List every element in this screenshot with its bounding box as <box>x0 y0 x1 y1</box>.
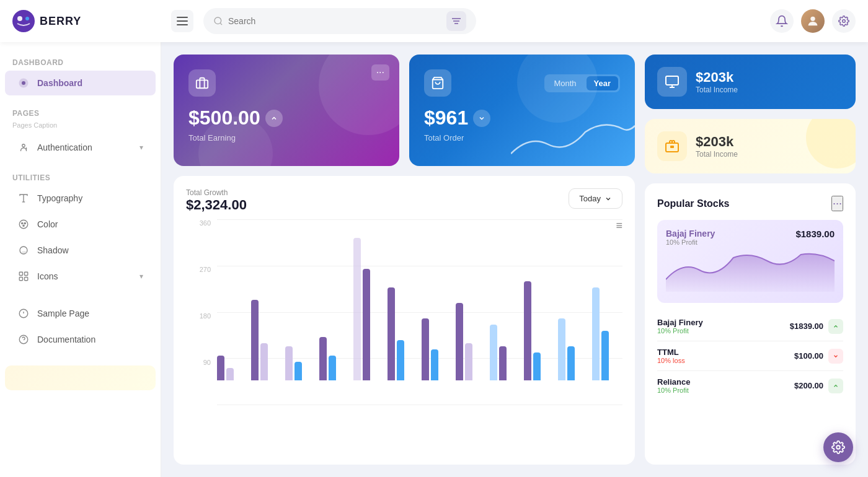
featured-stock-price: $1839.00 <box>795 229 835 239</box>
earning-trend-icon <box>265 110 283 127</box>
popular-stocks-card: Popular Stocks ··· Bajaj Finery 10% Prof… <box>645 183 856 465</box>
sidebar-item-sample-page[interactable]: Sample Page <box>5 301 156 326</box>
typography-icon <box>17 192 30 204</box>
search-icon <box>213 16 223 26</box>
settings-button[interactable] <box>832 9 856 33</box>
sidebar-item-dashboard[interactable]: Dashboard <box>5 71 156 95</box>
bar-group-6 <box>388 287 418 380</box>
fab-settings-button[interactable] <box>823 432 853 462</box>
bar-purple-9 <box>499 346 507 380</box>
earning-card-more-button[interactable]: ··· <box>371 64 389 81</box>
svg-point-22 <box>23 225 24 226</box>
stock-item-bajaj: Bajaj Finery 10% Profit $1839.00 <box>657 312 843 341</box>
sample-page-icon <box>17 307 30 320</box>
today-filter-button[interactable]: Today <box>569 188 622 209</box>
svg-point-32 <box>19 335 28 344</box>
growth-info: Total Growth $2,324.00 <box>186 188 247 213</box>
bar-group-2 <box>251 300 281 380</box>
svg-point-2 <box>25 17 29 20</box>
bar-purple-6 <box>388 287 395 380</box>
svg-rect-27 <box>19 278 22 281</box>
topbar: BERRY <box>0 0 868 42</box>
order-card-icon <box>424 69 451 97</box>
right-panel: $203k Total Income $203k Total Income <box>645 55 856 465</box>
income-yellow-info: $203k Total Income <box>696 134 738 159</box>
income-card-yellow: $203k Total Income <box>645 119 856 173</box>
growth-chart-card: Total Growth $2,324.00 Today ≡ 360 270 <box>174 176 635 465</box>
sidebar-item-shadow[interactable]: Shadow <box>5 238 156 263</box>
svg-rect-36 <box>666 76 678 85</box>
bar-lightblue-9 <box>490 325 497 380</box>
svg-rect-4 <box>177 20 188 22</box>
avatar[interactable] <box>801 9 825 33</box>
search-bar <box>203 8 476 34</box>
stock-bajaj-price: $1839.00 <box>790 322 823 331</box>
svg-rect-3 <box>177 17 188 18</box>
svg-point-24 <box>22 251 27 253</box>
stock-reliance-badge <box>828 379 843 393</box>
sidebar-item-color[interactable]: Color <box>5 212 156 237</box>
fab-gear-icon <box>831 440 845 454</box>
sidebar-item-authentication[interactable]: Authentication ▾ <box>5 135 156 160</box>
stock-reliance-name: Reliance <box>657 377 690 387</box>
sidebar-bottom-highlight <box>5 365 156 390</box>
bar-blue-4 <box>329 356 336 380</box>
hamburger-icon <box>177 17 188 25</box>
income-blue-amount: $203k <box>696 69 738 85</box>
stock-ttml-price: $100.00 <box>794 351 823 361</box>
featured-stock-chart <box>666 248 835 292</box>
stock-bajaj-badge <box>828 319 843 334</box>
bar-group-10 <box>524 281 554 380</box>
sidebar-section-dashboard: Dashboard <box>0 55 161 69</box>
stock-reliance-price: $200.00 <box>794 381 823 390</box>
sidebar-section-pages: Pages <box>0 105 161 120</box>
sidebar-item-sample-page-label: Sample Page <box>37 309 89 318</box>
svg-point-21 <box>24 222 25 224</box>
svg-rect-40 <box>670 146 674 148</box>
up-arrow-icon-2 <box>833 383 839 389</box>
sidebar-item-auth-label: Authentication <box>37 142 92 152</box>
income-yellow-label: Total Income <box>696 150 738 159</box>
bar-group-12 <box>592 287 622 380</box>
svg-rect-5 <box>177 24 188 25</box>
svg-point-1 <box>17 16 22 21</box>
growth-chart-header: Total Growth $2,324.00 Today <box>186 188 622 213</box>
chevron-down-icon-icons: ▾ <box>140 272 143 281</box>
sidebar-item-dashboard-label: Dashboard <box>37 78 82 88</box>
bar-group-4 <box>319 337 350 380</box>
bar-group-5 <box>353 238 384 380</box>
menu-button[interactable] <box>171 10 193 32</box>
bar-light-1 <box>226 368 234 380</box>
bar-group-11 <box>558 318 588 380</box>
bar-purple-2 <box>251 300 259 380</box>
svg-point-10 <box>810 17 815 21</box>
color-icon <box>17 218 30 230</box>
svg-point-13 <box>22 81 25 85</box>
dashboard-icon <box>17 77 30 89</box>
filter-icon <box>451 17 461 25</box>
svg-point-11 <box>843 20 846 23</box>
bar-chart <box>186 219 622 393</box>
chevron-down-icon: ▾ <box>140 143 143 152</box>
stocks-more-button[interactable]: ··· <box>831 196 843 211</box>
year-button[interactable]: Year <box>587 76 618 90</box>
sidebar-item-typography[interactable]: Typography <box>5 186 156 211</box>
bar-light-8 <box>465 343 472 380</box>
income-yellow-amount: $203k <box>696 134 738 150</box>
notifications-button[interactable] <box>770 9 794 33</box>
search-input[interactable] <box>228 16 441 26</box>
filter-button[interactable] <box>446 11 466 31</box>
bar-blue-11 <box>567 346 575 380</box>
stock-bajaj-right: $1839.00 <box>790 319 843 334</box>
svg-rect-34 <box>197 80 208 88</box>
featured-stock-name: Bajaj Finery <box>666 229 715 239</box>
sidebar-item-documentation[interactable]: Documentation <box>5 327 156 352</box>
order-trend-icon <box>473 110 490 127</box>
svg-rect-25 <box>19 272 22 275</box>
income-blue-icon <box>657 67 687 97</box>
month-button[interactable]: Month <box>546 76 583 90</box>
svg-point-14 <box>22 144 25 147</box>
sidebar-item-icons[interactable]: Icons ▾ <box>5 264 156 289</box>
bar-purple-10 <box>524 281 531 380</box>
svg-rect-28 <box>25 278 28 281</box>
